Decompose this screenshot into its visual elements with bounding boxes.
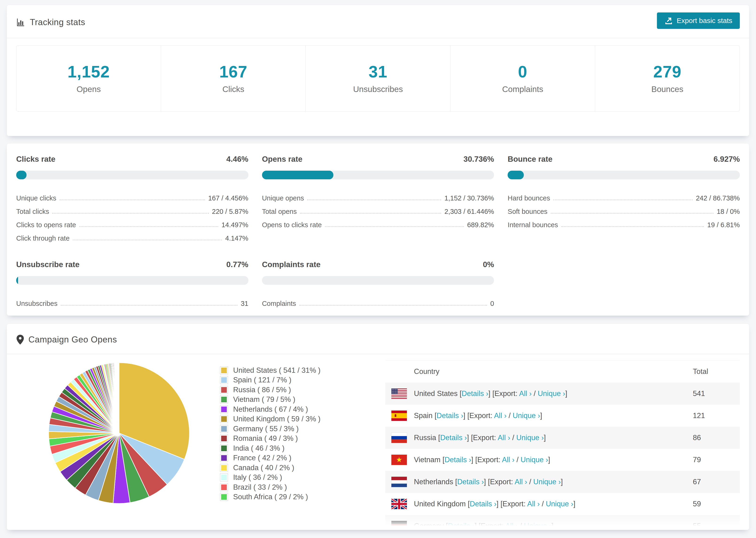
rate-head: Opens rate30.736% bbox=[262, 155, 494, 164]
country-column-header: Country bbox=[385, 367, 440, 376]
export-all-link[interactable]: All › bbox=[505, 522, 518, 530]
detail-label: Clicks to opens rate bbox=[16, 221, 76, 230]
flag-spain bbox=[391, 410, 414, 421]
legend-item: Brazil ( 33 / 2% ) bbox=[220, 482, 370, 492]
legend-label: Romania ( 49 / 3% ) bbox=[233, 434, 298, 443]
stat-cell-clicks: 167Clicks bbox=[161, 45, 306, 111]
details-link[interactable]: Details › bbox=[457, 478, 484, 486]
legend-item: Germany ( 55 / 3% ) bbox=[220, 424, 370, 434]
detail-label: Total opens bbox=[262, 208, 297, 216]
detail-value: 167 / 4.456% bbox=[208, 194, 248, 203]
link-separator: / bbox=[510, 434, 516, 442]
legend-swatch bbox=[220, 386, 228, 394]
rate-detail-row: Unsubscribes31 bbox=[16, 295, 248, 308]
export-unique-link[interactable]: Unique › bbox=[520, 456, 548, 464]
rate-value: 0% bbox=[483, 260, 494, 269]
rate-detail-row: Total clicks220 / 5.87% bbox=[16, 203, 248, 216]
export-unique-link[interactable]: Unique › bbox=[516, 434, 544, 442]
country-cell: Netherlands [Details ›] [Export: All › /… bbox=[414, 478, 563, 486]
rate-progress-fill bbox=[16, 171, 27, 179]
stat-cell-bounces: 279Bounces bbox=[595, 45, 739, 111]
export-unique-link[interactable]: Unique › bbox=[538, 389, 565, 398]
dotted-leader bbox=[553, 199, 693, 200]
detail-label: Total clicks bbox=[16, 208, 49, 216]
geo-pie-chart bbox=[46, 360, 192, 530]
rate-detail-row: Unique clicks167 / 4.456% bbox=[16, 190, 248, 203]
detail-value: 4.147% bbox=[225, 235, 248, 243]
legend-label: India ( 46 / 3% ) bbox=[233, 444, 285, 453]
rate-detail-row: Opens to clicks rate689.82% bbox=[262, 216, 494, 230]
legend-label: South Africa ( 29 / 2% ) bbox=[233, 493, 308, 501]
export-all-link[interactable]: All › bbox=[498, 434, 510, 442]
legend-label: United Kingdom ( 59 / 3% ) bbox=[233, 415, 320, 423]
rate-progress-fill bbox=[16, 276, 18, 285]
geo-table-row-es: Spain [Details ›] [Export: All › / Uniqu… bbox=[385, 405, 740, 427]
flag-netherlands bbox=[391, 477, 414, 487]
legend-swatch bbox=[220, 493, 228, 501]
details-link[interactable]: Details › bbox=[461, 389, 488, 398]
flag-united-kingdom bbox=[391, 499, 414, 509]
country-name: Netherlands [ bbox=[414, 478, 457, 486]
detail-label: Opens to clicks rate bbox=[262, 221, 322, 230]
rate-title: Bounce rate bbox=[508, 155, 553, 164]
dotted-leader bbox=[307, 199, 441, 200]
bracket-close: ] bbox=[552, 522, 554, 530]
rate-progress-bar bbox=[262, 276, 494, 285]
detail-label: Unsubscribes bbox=[16, 300, 58, 308]
legend-swatch bbox=[220, 425, 228, 433]
rate-detail-row: Unique opens1,152 / 30.736% bbox=[262, 190, 494, 203]
export-label: ] [Export: bbox=[471, 456, 502, 464]
geo-legend: United States ( 541 / 31% )Spain ( 121 /… bbox=[220, 360, 370, 530]
total-cell: 55 bbox=[693, 522, 740, 530]
details-link[interactable]: Details › bbox=[445, 456, 471, 464]
export-all-link[interactable]: All › bbox=[519, 389, 531, 398]
export-unique-link[interactable]: Unique › bbox=[513, 411, 540, 420]
export-all-link[interactable]: All › bbox=[494, 411, 507, 420]
country-name: Germany [ bbox=[414, 522, 448, 530]
export-unique-link[interactable]: Unique › bbox=[524, 522, 552, 530]
detail-value: 31 bbox=[241, 300, 248, 308]
total-cell: 541 bbox=[693, 389, 740, 398]
link-separator: / bbox=[527, 478, 533, 486]
rate-progress-bar bbox=[262, 171, 494, 179]
link-separator: / bbox=[514, 456, 520, 464]
export-label: ] [Export: bbox=[484, 478, 514, 486]
dotted-leader bbox=[73, 240, 222, 241]
details-link[interactable]: Details › bbox=[448, 522, 475, 530]
stat-label: Clicks bbox=[161, 84, 305, 94]
export-unique-link[interactable]: Unique › bbox=[546, 500, 573, 508]
export-all-link[interactable]: All › bbox=[527, 500, 540, 508]
rate-title: Unsubscribe rate bbox=[16, 260, 80, 269]
rate-title: Clicks rate bbox=[16, 155, 55, 164]
geo-title: Campaign Geo Opens bbox=[28, 335, 117, 345]
export-all-link[interactable]: All › bbox=[514, 478, 527, 486]
flag-vietnam bbox=[391, 455, 414, 465]
export-all-link[interactable]: All › bbox=[502, 456, 514, 464]
rate-progress-fill bbox=[262, 171, 333, 179]
export-basic-stats-button[interactable]: Export basic stats bbox=[657, 13, 740, 29]
details-link[interactable]: Details › bbox=[470, 500, 497, 508]
detail-value: 14.497% bbox=[221, 221, 248, 230]
country-name: Russia [ bbox=[414, 434, 440, 442]
legend-item: South Africa ( 29 / 2% ) bbox=[220, 492, 370, 502]
rate-progress-bar bbox=[16, 171, 248, 179]
detail-value: 18 / 0% bbox=[717, 208, 740, 216]
legend-item: United States ( 541 / 31% ) bbox=[220, 365, 370, 375]
dotted-leader bbox=[299, 305, 487, 306]
country-cell: United Kingdom [Details ›] [Export: All … bbox=[414, 500, 575, 508]
rate-head: Bounce rate6.927% bbox=[508, 155, 740, 164]
legend-swatch bbox=[220, 405, 228, 413]
rate-title: Complaints rate bbox=[262, 260, 320, 269]
bracket-close: ] bbox=[544, 434, 546, 442]
geo-header: Campaign Geo Opens bbox=[7, 324, 749, 354]
dotted-leader bbox=[300, 213, 441, 214]
legend-item: Romania ( 49 / 3% ) bbox=[220, 434, 370, 444]
legend-label: Netherlands ( 67 / 4% ) bbox=[233, 405, 308, 413]
details-link[interactable]: Details › bbox=[437, 411, 463, 420]
details-link[interactable]: Details › bbox=[440, 434, 467, 442]
detail-value: 689.82% bbox=[467, 221, 494, 230]
geo-table: Country Total United States [Details ›] … bbox=[385, 360, 740, 530]
rates-grid: Clicks rate4.46%Unique clicks167 / 4.456… bbox=[7, 143, 749, 308]
export-unique-link[interactable]: Unique › bbox=[533, 478, 561, 486]
export-button-label: Export basic stats bbox=[676, 17, 732, 25]
